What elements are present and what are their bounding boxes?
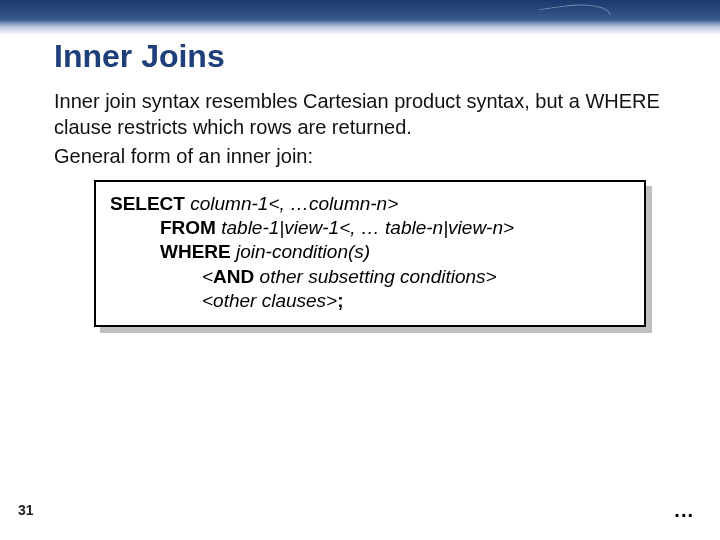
slide-content: Inner Joins Inner join syntax resembles … xyxy=(0,28,720,327)
it-join-cond: join-condition(s) xyxy=(236,241,370,262)
banner-swoosh xyxy=(539,0,611,25)
paragraph-1: Inner join syntax resembles Cartesian pr… xyxy=(54,89,670,140)
page-number: 31 xyxy=(18,502,34,518)
it-tables: table-1|view-1<, … table-n|view-n> xyxy=(221,217,514,238)
it-subset: other subsetting conditions> xyxy=(260,266,497,287)
it-other-clauses: <other clauses> xyxy=(202,290,337,311)
paragraph-2: General form of an inner join: xyxy=(54,144,670,170)
kw-and: AND xyxy=(213,266,259,287)
code-line-5: <other clauses>; xyxy=(110,289,630,313)
kw-from: FROM xyxy=(160,217,221,238)
it-open-angle: < xyxy=(202,266,213,287)
code-line-3: WHERE join-condition(s) xyxy=(110,240,630,264)
header-banner xyxy=(0,0,720,28)
code-line-1: SELECT column-1<, …column-n> xyxy=(110,192,630,216)
slide-title: Inner Joins xyxy=(54,38,670,75)
code-box: SELECT column-1<, …column-n> FROM table-… xyxy=(94,180,646,328)
kw-select: SELECT xyxy=(110,193,190,214)
code-line-4: <AND other subsetting conditions> xyxy=(110,265,630,289)
kw-semicolon: ; xyxy=(337,290,343,311)
code-line-2: FROM table-1|view-1<, … table-n|view-n> xyxy=(110,216,630,240)
kw-where: WHERE xyxy=(160,241,236,262)
code-block: SELECT column-1<, …column-n> FROM table-… xyxy=(94,180,646,328)
it-columns: column-1<, …column-n> xyxy=(190,193,398,214)
continuation-ellipsis: ... xyxy=(674,499,694,522)
